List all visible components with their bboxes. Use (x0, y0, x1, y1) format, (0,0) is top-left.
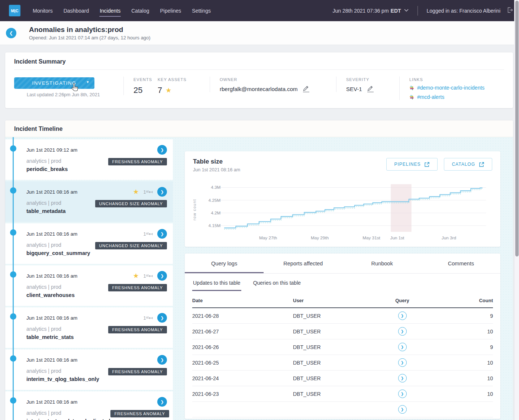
query-row-user: DBT_USER (293, 344, 367, 350)
view-query-button[interactable]: ❯ (398, 311, 407, 320)
events-label: EVENTS (133, 77, 158, 82)
catalog-button[interactable]: CATALOG (444, 158, 492, 171)
query-table-header: Date User Query Count (192, 293, 493, 308)
edit-owner-icon[interactable] (303, 85, 309, 92)
query-log-row[interactable]: 2021-06-23 DBT_USER ❯ 10 (192, 386, 493, 402)
timeline-item[interactable]: Jun 1st 2021 08:16 am ★ 1ˢᵗ↤ ❯ analytics… (5, 181, 173, 222)
open-event-button[interactable]: ❯ (157, 229, 167, 239)
pipelines-button[interactable]: PIPELINES (386, 158, 438, 171)
timeline-item[interactable]: Jun 1st 2021 08:16 am 1ˢᵗ↤ ❯ analytics |… (5, 307, 173, 348)
query-log-row[interactable]: 2021-06-24 DBT_USER ❯ 10 (192, 371, 493, 386)
star-icon[interactable]: ★ (133, 272, 139, 280)
star-icon[interactable]: ★ (133, 188, 139, 196)
links-column: LINKS #demo-monte-carlo-incidents #mcd-a… (399, 77, 504, 100)
svg-text:row count: row count (193, 199, 197, 220)
edit-severity-icon[interactable] (367, 85, 374, 92)
datetime-dropdown[interactable]: Jun 28th 2021 07:36 pm EDT (333, 8, 409, 14)
timeline-item[interactable]: Jun 1st 2021 08:16 am ❯ analytics | prod… (5, 349, 173, 390)
slack-channel-link[interactable]: #demo-monte-carlo-incidents (409, 85, 504, 91)
nav-item-incidents[interactable]: Incidents (99, 1, 121, 21)
timeline-dot (10, 187, 16, 194)
table-size-chart[interactable]: 4.15M4.2M4.25M4.3MMay 27thMay 29thMay 31… (191, 178, 494, 244)
query-row-count: 9 (437, 313, 493, 319)
open-event-button[interactable]: ❯ (157, 187, 167, 197)
scrollbar-thumb[interactable] (515, 1, 519, 256)
nav-item-pipelines[interactable]: Pipelines (160, 1, 182, 21)
view-query-button[interactable]: ❯ (398, 374, 407, 382)
query-row-user: DBT_USER (293, 329, 367, 335)
tab-query-logs[interactable]: Query logs (185, 253, 264, 273)
tab-row: Query logsReports affectedRunbookComment… (185, 253, 500, 274)
timeline-item[interactable]: Jun 1st 2021 08:16 am 1ˢᵗ↤ ❯ analytics |… (5, 223, 173, 264)
query-logs-card: Query logsReports affectedRunbookComment… (185, 253, 500, 419)
timeline-item[interactable]: Jun 1st 2021 09:12 am ❯ analytics | prod… (5, 139, 173, 180)
timeline-dot (10, 229, 16, 236)
star-icon: ★ (165, 86, 171, 94)
timeline-item[interactable]: Jun 1st 2021 08:16 am ❯ analytics | prod… (5, 391, 173, 420)
timeline-item-table: table_metadata (26, 208, 66, 214)
nav-item-catalog[interactable]: Catalog (131, 1, 149, 21)
first-occurrence-icon: 1ˢᵗ↤ (144, 315, 153, 321)
severity-value: SEV-1 (346, 86, 362, 92)
nav-item-settings[interactable]: Settings (191, 1, 211, 21)
caret-down-icon: ▼ (86, 80, 90, 84)
timeline-item-table: periodic_breaks (26, 166, 68, 172)
incident-summary-card: Incident Summary INVESTIGATING ▼ Last up… (5, 52, 513, 108)
query-log-row[interactable]: 2021-06-27 DBT_USER ❯ 10 (192, 324, 493, 339)
open-event-button[interactable]: ❯ (157, 145, 167, 155)
logged-in-label: Logged in as: Francisco Alberini (427, 8, 500, 14)
chevron-right-icon: ❯ (401, 376, 404, 380)
timeline-dot (10, 397, 16, 404)
svg-text:4.15M: 4.15M (209, 223, 221, 228)
nav-items: MonitorsDashboardIncidentsCatalogPipelin… (32, 0, 211, 21)
monte-carlo-logo[interactable]: M|C (9, 5, 20, 16)
key-assets-column: KEY ASSETS 7 ★ (158, 77, 210, 95)
view-query-button[interactable]: ❯ (398, 390, 407, 398)
query-log-row[interactable]: ❯ (192, 402, 493, 417)
chevron-right-icon: ❯ (160, 274, 164, 278)
nav-item-dashboard[interactable]: Dashboard (63, 1, 90, 21)
events-value: 25 (133, 85, 158, 95)
catalog-button-label: CATALOG (452, 162, 475, 167)
query-row-date: 2021-06-28 (192, 313, 293, 319)
view-query-button[interactable]: ❯ (398, 327, 407, 336)
back-button[interactable]: ❮ (6, 28, 16, 38)
query-log-row[interactable]: 2021-06-26 DBT_USER ❯ 9 (192, 339, 493, 355)
incident-summary-title: Incident Summary (14, 58, 504, 70)
nav-item-monitors[interactable]: Monitors (32, 1, 53, 21)
chevron-right-icon: ❯ (401, 314, 404, 318)
page-header: ❮ Anomalies in analytics:prod Opened: Ju… (0, 21, 519, 45)
page-scrollbar[interactable] (514, 0, 519, 420)
chart-subtitle: Jun 1st 2021 08:16 am (193, 167, 240, 172)
timeline-item-dataset: analytics | prod (26, 284, 75, 290)
subtab-updates-to-this-table[interactable]: Updates to this table (192, 274, 241, 291)
open-event-button[interactable]: ❯ (157, 355, 167, 365)
slack-icon (409, 85, 414, 90)
open-event-button[interactable]: ❯ (157, 313, 167, 323)
first-occurrence-icon: 1ˢᵗ↤ (144, 189, 153, 195)
subtab-queries-on-this-table[interactable]: Queries on this table (252, 274, 302, 291)
tab-comments[interactable]: Comments (422, 253, 500, 273)
severity-column: SEVERITY SEV-1 (336, 77, 399, 92)
logout-icon[interactable] (506, 6, 514, 15)
anomaly-type-badge: FRESHNESS ANOMALY (108, 158, 167, 165)
timeline-item-dataset: analytics | prod (26, 410, 110, 416)
view-query-button[interactable]: ❯ (398, 358, 407, 367)
timeline-item[interactable]: Jun 1st 2021 08:16 am ★ 1ˢᵗ↤ ❯ analytics… (5, 265, 173, 306)
tab-runbook[interactable]: Runbook (343, 253, 422, 273)
svg-text:May 31st: May 31st (362, 235, 380, 240)
query-row-count: 10 (437, 391, 493, 397)
query-log-table: Date User Query Count 2021-06-28 DBT_USE… (192, 293, 493, 417)
status-dropdown-button[interactable]: INVESTIGATING ▼ (14, 77, 94, 89)
open-event-button[interactable]: ❯ (157, 271, 167, 281)
open-event-button[interactable]: ❯ (157, 397, 167, 407)
view-query-button[interactable]: ❯ (398, 405, 407, 414)
slack-channel-link[interactable]: #mcd-alerts (409, 94, 504, 100)
query-log-row[interactable]: 2021-06-25 DBT_USER ❯ 10 (192, 355, 493, 371)
view-query-button[interactable]: ❯ (398, 343, 407, 351)
query-log-row[interactable]: 2021-06-28 DBT_USER ❯ 9 (192, 308, 493, 324)
chevron-right-icon: ❯ (160, 232, 164, 236)
anomaly-type-badge: FRESHNESS ANOMALY (108, 284, 167, 291)
chevron-right-icon: ❯ (160, 400, 164, 404)
tab-reports-affected[interactable]: Reports affected (264, 253, 342, 273)
